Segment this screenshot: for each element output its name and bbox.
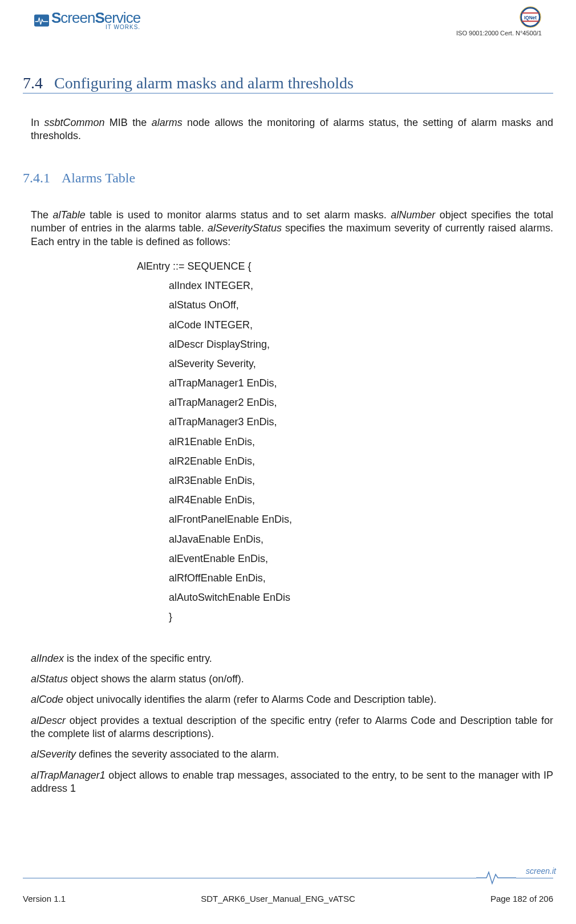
definition-alseverity: alSeverity defines the severity associat… bbox=[31, 748, 553, 761]
sequence-definition: AlEntry ::= SEQUENCE { alIndex INTEGER, … bbox=[137, 257, 553, 627]
definition-alcode: alCode object univocally identifies the … bbox=[31, 693, 553, 706]
sequence-line: alR3Enable EnDis, bbox=[169, 471, 553, 490]
sequence-line: alStatus OnOff, bbox=[169, 295, 553, 315]
sequence-line: alTrapManager3 EnDis, bbox=[169, 412, 553, 432]
definition-alindex: alIndex is the index of the specific ent… bbox=[31, 652, 553, 665]
svg-text:IQNet: IQNet bbox=[524, 15, 537, 21]
sequence-line: alEventEnable EnDis, bbox=[169, 549, 553, 568]
sequence-line: alDescr DisplayString, bbox=[169, 335, 553, 354]
heading-7-4: 7.4 Configuring alarm masks and alarm th… bbox=[23, 74, 553, 93]
sequence-line: alAutoSwitchEnable EnDis bbox=[169, 588, 553, 607]
field-definitions: alIndex is the index of the specific ent… bbox=[31, 652, 553, 796]
company-logo: ScreenService IT WORKS. bbox=[34, 10, 140, 30]
sequence-line: alIndex INTEGER, bbox=[169, 276, 553, 295]
sequence-line: alR1Enable EnDis, bbox=[169, 432, 553, 451]
sequence-line: alRfOffEnable EnDis, bbox=[169, 568, 553, 588]
iqnet-badge-icon: IQNet bbox=[519, 6, 542, 29]
sequence-line: alJavaEnable EnDis, bbox=[169, 530, 553, 549]
logo-text-block: ScreenService IT WORKS. bbox=[51, 10, 140, 30]
definition-altrapmanager1: alTrapManager1 object allows to enable t… bbox=[31, 769, 553, 796]
sequence-line: alR4Enable EnDis, bbox=[169, 490, 553, 510]
document-page: ScreenService IT WORKS. IQNet ISO 9001:2… bbox=[0, 0, 576, 924]
cert-text: ISO 9001:2000 Cert. N°4500/1 bbox=[456, 30, 542, 36]
footer-docname: SDT_ARK6_User_Manual_ENG_vATSC bbox=[201, 894, 355, 903]
footer-rule: screen.it bbox=[23, 870, 553, 887]
heading-title: Configuring alarm masks and alarm thresh… bbox=[54, 74, 354, 92]
footer-ecg-icon bbox=[476, 870, 516, 886]
heading-title: Alarms Table bbox=[62, 170, 135, 186]
heading-7-4-1: 7.4.1 Alarms Table bbox=[23, 170, 553, 186]
logo-wave-icon bbox=[34, 14, 49, 27]
certification-block: IQNet ISO 9001:2000 Cert. N°4500/1 bbox=[456, 6, 542, 36]
sequence-close: } bbox=[169, 607, 553, 626]
sequence-line: alCode INTEGER, bbox=[169, 315, 553, 335]
heading-number: 7.4.1 bbox=[23, 170, 50, 186]
definition-alstatus: alStatus object shows the alarm status (… bbox=[31, 673, 553, 686]
footer-page: Page 182 of 206 bbox=[490, 894, 553, 903]
page-footer: Version 1.1 SDT_ARK6_User_Manual_ENG_vAT… bbox=[23, 894, 553, 903]
paragraph-intro: In ssbtCommon MIB the alarms node allows… bbox=[31, 116, 553, 143]
paragraph-altable: The alTable table is used to monitor ala… bbox=[31, 209, 553, 249]
footer-version: Version 1.1 bbox=[23, 894, 66, 903]
sequence-body: alIndex INTEGER, alStatus OnOff, alCode … bbox=[169, 276, 553, 626]
sequence-header: AlEntry ::= SEQUENCE { bbox=[137, 257, 553, 276]
heading-number: 7.4 bbox=[23, 74, 43, 92]
logo-text-main: ScreenService bbox=[51, 10, 140, 25]
sequence-line: alFrontPanelEnable EnDis, bbox=[169, 510, 553, 529]
sequence-line: alTrapManager1 EnDis, bbox=[169, 373, 553, 393]
footer-brand: screen.it bbox=[524, 866, 556, 876]
sequence-line: alSeverity Severity, bbox=[169, 354, 553, 373]
sequence-line: alR2Enable EnDis, bbox=[169, 451, 553, 471]
definition-aldescr: alDescr object provides a textual descri… bbox=[31, 714, 553, 741]
page-header: ScreenService IT WORKS. IQNet ISO 9001:2… bbox=[23, 6, 553, 51]
sequence-line: alTrapManager2 EnDis, bbox=[169, 393, 553, 412]
